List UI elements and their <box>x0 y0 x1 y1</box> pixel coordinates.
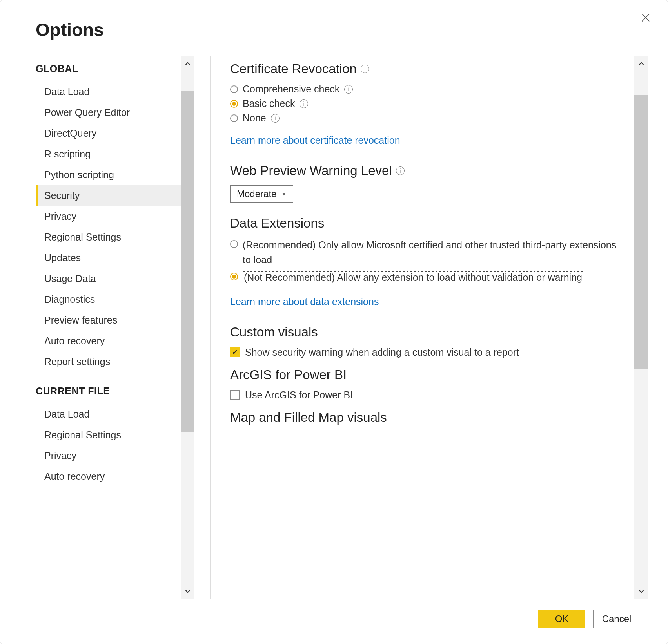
sidebar-item-python-scripting[interactable]: Python scripting <box>36 165 181 185</box>
sidebar-item-label: Regional Settings <box>44 429 121 440</box>
link-data-extensions[interactable]: Learn more about data extensions <box>230 296 379 308</box>
radio-ext-not-recommended[interactable]: (Not Recommended) Allow any extension to… <box>230 270 626 285</box>
radio-label: (Not Recommended) Allow any extension to… <box>243 271 583 283</box>
sidebar-item-updates[interactable]: Updates <box>36 248 181 268</box>
radio-label: (Recommended) Only allow Microsoft certi… <box>243 238 626 267</box>
radio-icon <box>230 273 238 280</box>
section-label: Web Preview Warning Level <box>230 163 392 178</box>
sidebar-item-label: Privacy <box>44 211 76 222</box>
sidebar-item-directquery[interactable]: DirectQuery <box>36 123 181 144</box>
sidebar-item-cf-regional-settings[interactable]: Regional Settings <box>36 425 181 445</box>
main-container: Certificate Revocation i Comprehensive c… <box>230 56 648 599</box>
radio-icon <box>230 100 238 108</box>
dialog-title: Options <box>36 19 648 40</box>
sidebar-item-label: Report settings <box>44 356 110 367</box>
sidebar-item-label: Updates <box>44 252 81 263</box>
section-label: Data Extensions <box>230 216 324 231</box>
sidebar-item-label: Data Load <box>44 86 89 97</box>
main-panel: Certificate Revocation i Comprehensive c… <box>230 56 634 599</box>
sidebar-item-diagnostics[interactable]: Diagnostics <box>36 289 181 310</box>
info-icon[interactable]: i <box>271 114 280 123</box>
dialog-footer: OK Cancel <box>36 599 648 632</box>
scrollbar-thumb[interactable] <box>181 91 194 432</box>
section-label: Certificate Revocation <box>230 62 357 76</box>
sidebar-item-label: Diagnostics <box>44 294 95 305</box>
sidebar-item-regional-settings[interactable]: Regional Settings <box>36 227 181 248</box>
sidebar-item-label: Usage Data <box>44 273 96 284</box>
info-icon[interactable]: i <box>344 85 353 94</box>
scroll-up-icon[interactable] <box>634 56 648 72</box>
radio-icon <box>230 85 238 93</box>
section-map-visuals: Map and Filled Map visuals <box>230 410 626 425</box>
select-value: Moderate <box>237 188 276 199</box>
scroll-up-icon[interactable] <box>181 56 194 72</box>
section-web-preview-warning: Web Preview Warning Level i <box>230 163 626 178</box>
sidebar-item-cf-auto-recovery[interactable]: Auto recovery <box>36 466 181 487</box>
radio-ext-recommended[interactable]: (Recommended) Only allow Microsoft certi… <box>230 238 626 267</box>
cancel-button[interactable]: Cancel <box>593 610 640 628</box>
checkbox-icon <box>230 390 240 400</box>
sidebar-item-label: Power Query Editor <box>44 107 130 118</box>
sidebar-item-usage-data[interactable]: Usage Data <box>36 268 181 289</box>
checkbox-arcgis[interactable]: Use ArcGIS for Power BI <box>230 389 626 401</box>
radio-label: Basic check <box>243 98 295 109</box>
radio-basic-check[interactable]: Basic check i <box>230 98 626 109</box>
close-icon[interactable] <box>639 11 652 24</box>
sidebar-item-report-settings[interactable]: Report settings <box>36 351 181 372</box>
sidebar-item-label: Regional Settings <box>44 232 121 242</box>
section-arcgis: ArcGIS for Power BI <box>230 367 626 382</box>
section-label: Map and Filled Map visuals <box>230 410 387 425</box>
checkbox-custom-visual-warning[interactable]: ✓ Show security warning when adding a cu… <box>230 347 626 358</box>
sidebar: GLOBAL Data Load Power Query Editor Dire… <box>36 56 181 599</box>
sidebar-group-current-file: CURRENT FILE <box>36 385 181 397</box>
sidebar-item-label: R scripting <box>44 148 91 159</box>
info-icon[interactable]: i <box>300 99 308 108</box>
sidebar-container: GLOBAL Data Load Power Query Editor Dire… <box>36 56 194 599</box>
scroll-down-icon[interactable] <box>181 583 194 599</box>
link-cert-revocation[interactable]: Learn more about certificate revocation <box>230 135 400 146</box>
sidebar-item-label: Auto recovery <box>44 335 105 346</box>
sidebar-item-label: Auto recovery <box>44 471 105 482</box>
sidebar-item-label: Preview features <box>44 315 117 326</box>
options-dialog: Options GLOBAL Data Load Power Query Edi… <box>0 0 668 644</box>
radio-comprehensive-check[interactable]: Comprehensive check i <box>230 83 626 95</box>
vertical-divider <box>210 56 211 599</box>
section-label: ArcGIS for Power BI <box>230 367 347 382</box>
radio-label: None <box>243 112 266 124</box>
main-scrollbar[interactable] <box>634 56 648 599</box>
sidebar-group-global: GLOBAL <box>36 63 181 74</box>
checkbox-label: Use ArcGIS for Power BI <box>245 389 353 401</box>
dialog-body: GLOBAL Data Load Power Query Editor Dire… <box>36 56 648 599</box>
info-icon[interactable]: i <box>361 65 369 73</box>
section-label: Custom visuals <box>230 325 318 340</box>
checkbox-icon: ✓ <box>230 347 240 357</box>
scroll-down-icon[interactable] <box>634 583 648 599</box>
sidebar-item-cf-data-load[interactable]: Data Load <box>36 404 181 425</box>
section-data-extensions: Data Extensions <box>230 216 626 231</box>
sidebar-item-label: Security <box>44 190 80 201</box>
sidebar-item-r-scripting[interactable]: R scripting <box>36 144 181 165</box>
select-web-preview-level[interactable]: Moderate ▼ <box>230 185 293 203</box>
ok-button[interactable]: OK <box>538 610 585 628</box>
sidebar-scrollbar[interactable] <box>181 56 194 599</box>
sidebar-item-auto-recovery[interactable]: Auto recovery <box>36 331 181 351</box>
scrollbar-thumb[interactable] <box>634 95 648 369</box>
sidebar-item-label: DirectQuery <box>44 128 96 139</box>
sidebar-item-label: Python scripting <box>44 169 114 180</box>
section-certificate-revocation: Certificate Revocation i <box>230 62 626 76</box>
sidebar-item-label: Privacy <box>44 450 76 461</box>
sidebar-item-label: Data Load <box>44 409 89 420</box>
radio-icon <box>230 114 238 122</box>
radio-none[interactable]: None i <box>230 112 626 124</box>
sidebar-item-cf-privacy[interactable]: Privacy <box>36 445 181 466</box>
sidebar-item-security[interactable]: Security <box>36 185 181 206</box>
checkbox-label: Show security warning when adding a cust… <box>245 347 519 358</box>
sidebar-item-power-query-editor[interactable]: Power Query Editor <box>36 102 181 123</box>
sidebar-item-data-load[interactable]: Data Load <box>36 81 181 102</box>
sidebar-item-privacy[interactable]: Privacy <box>36 206 181 227</box>
info-icon[interactable]: i <box>396 166 405 175</box>
sidebar-item-preview-features[interactable]: Preview features <box>36 310 181 331</box>
radio-icon <box>230 240 238 248</box>
section-custom-visuals: Custom visuals <box>230 325 626 340</box>
chevron-down-icon: ▼ <box>281 191 287 197</box>
